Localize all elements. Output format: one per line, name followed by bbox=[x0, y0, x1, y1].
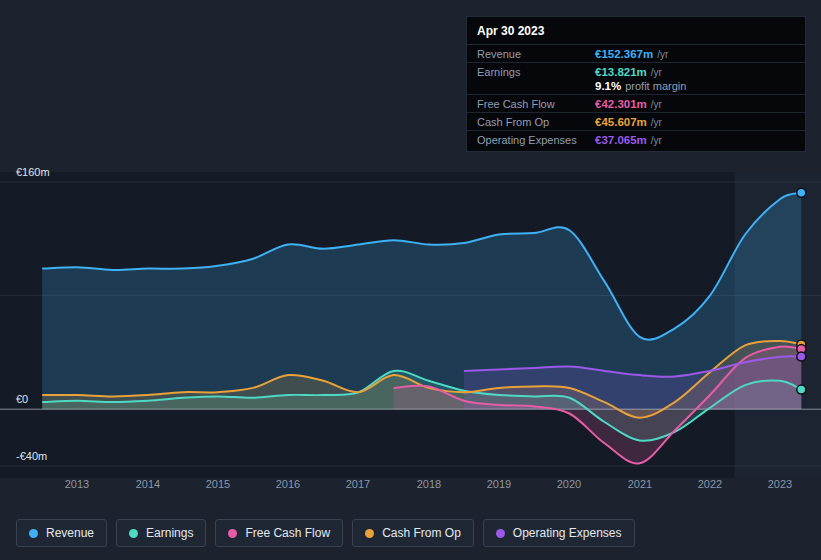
x-axis-label: 2022 bbox=[690, 478, 730, 490]
tooltip-row-operating-expenses: Operating Expenses€37.065m/yr bbox=[467, 130, 805, 148]
x-axis-label: 2014 bbox=[128, 478, 168, 490]
legend-item-operating-expenses[interactable]: Operating Expenses bbox=[483, 519, 635, 547]
tooltip-label: Earnings bbox=[477, 66, 595, 78]
tooltip-value: €42.301m/yr bbox=[595, 98, 662, 110]
legend-item-cash-from-op[interactable]: Cash From Op bbox=[352, 519, 474, 547]
tooltip-row-cash-from-op: Cash From Op€45.607m/yr bbox=[467, 112, 805, 130]
tooltip-label: Cash From Op bbox=[477, 116, 595, 128]
chart-legend: RevenueEarningsFree Cash FlowCash From O… bbox=[16, 519, 635, 547]
tooltip-label: Revenue bbox=[477, 48, 595, 60]
tooltip-profit-margin: 9.1%profit margin bbox=[467, 80, 805, 94]
tooltip-row-free-cash-flow: Free Cash Flow€42.301m/yr bbox=[467, 94, 805, 112]
tooltip-label: Operating Expenses bbox=[477, 134, 595, 146]
legend-item-earnings[interactable]: Earnings bbox=[116, 519, 206, 547]
legend-label: Revenue bbox=[46, 526, 94, 540]
x-axis-label: 2023 bbox=[760, 478, 800, 490]
x-axis-label: 2019 bbox=[479, 478, 519, 490]
tooltip-value: €152.367m/yr bbox=[595, 48, 668, 60]
x-axis-label: 2021 bbox=[620, 478, 660, 490]
y-axis-label: €160m bbox=[16, 166, 50, 178]
stock-financials-panel: €160m€0-€40m 201320142015201620172018201… bbox=[0, 0, 821, 560]
tooltip-row-revenue: Revenue€152.367m/yr bbox=[467, 45, 805, 62]
chart-canvas[interactable] bbox=[0, 160, 821, 490]
x-axis-label: 2013 bbox=[57, 478, 97, 490]
legend-label: Cash From Op bbox=[382, 526, 461, 540]
tooltip-value: €37.065m/yr bbox=[595, 134, 662, 146]
legend-dot bbox=[129, 529, 138, 538]
tooltip-value: €13.821m/yr bbox=[595, 66, 662, 78]
legend-item-free-cash-flow[interactable]: Free Cash Flow bbox=[215, 519, 343, 547]
x-axis-label: 2016 bbox=[268, 478, 308, 490]
legend-dot bbox=[496, 529, 505, 538]
x-axis-label: 2020 bbox=[549, 478, 589, 490]
tooltip-rows: Revenue€152.367m/yrEarnings€13.821m/yr9.… bbox=[467, 45, 805, 148]
y-axis-label: €0 bbox=[16, 393, 28, 405]
x-axis-label: 2017 bbox=[338, 478, 378, 490]
tooltip-label: Free Cash Flow bbox=[477, 98, 595, 110]
legend-dot bbox=[365, 529, 374, 538]
legend-label: Free Cash Flow bbox=[245, 526, 330, 540]
chart-tooltip: Apr 30 2023 Revenue€152.367m/yrEarnings€… bbox=[466, 16, 806, 152]
legend-label: Earnings bbox=[146, 526, 193, 540]
y-axis-label: -€40m bbox=[16, 450, 47, 462]
x-axis-labels: 2013201420152016201720182019202020212022… bbox=[0, 478, 821, 498]
chart-area: €160m€0-€40m 201320142015201620172018201… bbox=[0, 160, 821, 505]
tooltip-value: €45.607m/yr bbox=[595, 116, 662, 128]
x-axis-label: 2015 bbox=[198, 478, 238, 490]
tooltip-date: Apr 30 2023 bbox=[467, 17, 805, 45]
legend-dot bbox=[228, 529, 237, 538]
tooltip-row-earnings: Earnings€13.821m/yr bbox=[467, 62, 805, 80]
legend-label: Operating Expenses bbox=[513, 526, 622, 540]
legend-dot bbox=[29, 529, 38, 538]
x-axis-label: 2018 bbox=[409, 478, 449, 490]
legend-item-revenue[interactable]: Revenue bbox=[16, 519, 107, 547]
